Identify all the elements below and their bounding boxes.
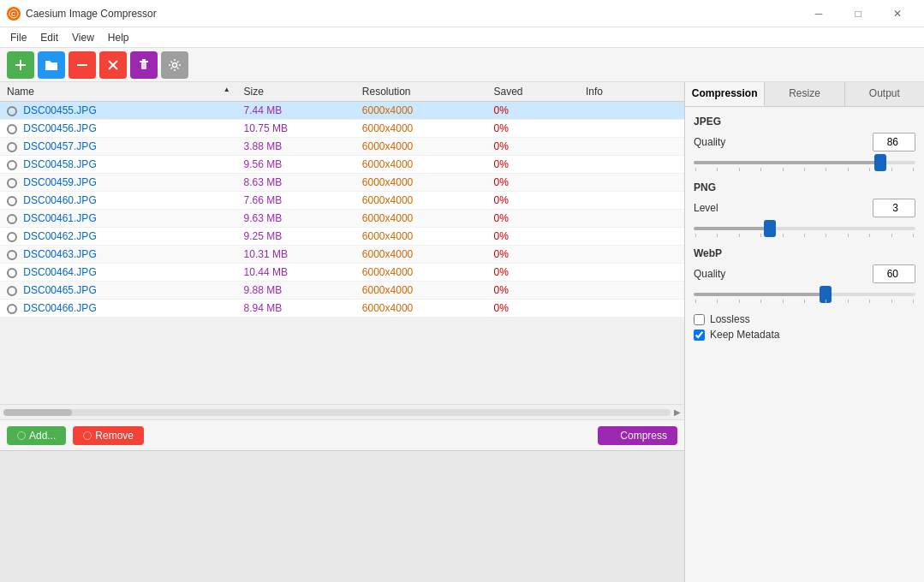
svg-point-9: [18, 431, 26, 439]
keep-metadata-checkbox[interactable]: [694, 330, 705, 341]
close-button[interactable]: ✕: [878, 0, 917, 27]
svg-rect-6: [140, 61, 148, 62]
jpeg-quality-slider[interactable]: [694, 161, 915, 164]
webp-quality-input[interactable]: [873, 264, 915, 283]
menu-item-edit[interactable]: Edit: [33, 30, 65, 45]
window-controls: ─ □ ✕: [799, 0, 917, 27]
remove-file-button[interactable]: [69, 51, 96, 79]
title-bar: C Caesium Image Compressor ─ □ ✕: [0, 0, 924, 27]
col-header-saved[interactable]: Saved: [486, 82, 579, 102]
table-row[interactable]: DSC00455.JPG 7.44 MB 6000x4000 0%: [0, 102, 684, 120]
col-header-size[interactable]: Size: [237, 82, 355, 102]
maximize-button[interactable]: □: [838, 0, 878, 27]
lossless-checkbox[interactable]: [694, 314, 705, 325]
table-row[interactable]: DSC00459.JPG 8.63 MB 6000x4000 0%: [0, 174, 684, 192]
table-row[interactable]: DSC00458.JPG 9.56 MB 6000x4000 0%: [0, 156, 684, 174]
tab-compression[interactable]: Compression: [685, 82, 765, 106]
bottom-action-bar: Add... Remove Compress: [0, 419, 684, 450]
png-level-input[interactable]: [873, 199, 915, 217]
table-row[interactable]: DSC00463.JPG 10.31 MB 6000x4000 0%: [0, 246, 684, 264]
left-split: Name ▲ Size Resolution Saved: [0, 82, 684, 582]
jpeg-quality-input[interactable]: [873, 133, 915, 151]
lossless-label[interactable]: Lossless: [710, 313, 750, 325]
table-row[interactable]: DSC00465.JPG 9.88 MB 6000x4000 0%: [0, 282, 684, 300]
remove-button[interactable]: Remove: [73, 426, 144, 445]
table-row[interactable]: DSC00457.JPG 3.88 MB 6000x4000 0%: [0, 138, 684, 156]
open-folder-button[interactable]: [38, 51, 65, 79]
add-files-button[interactable]: [7, 51, 34, 79]
add-button[interactable]: Add...: [7, 426, 66, 445]
tab-bar: Compression Resize Output: [685, 82, 924, 107]
menu-item-help[interactable]: Help: [101, 30, 136, 45]
file-table-scroll[interactable]: Name ▲ Size Resolution Saved: [0, 82, 684, 404]
title-bar-left: C Caesium Image Compressor: [7, 7, 157, 21]
preview-section: [0, 450, 684, 582]
webp-section-title: WebP: [694, 247, 915, 259]
right-panel: Compression Resize Output JPEG Quality: [684, 82, 924, 582]
keep-metadata-label[interactable]: Keep Metadata: [710, 329, 779, 341]
table-row[interactable]: DSC00462.JPG 9.25 MB 6000x4000 0%: [0, 228, 684, 246]
compress-button[interactable]: Compress: [598, 426, 677, 445]
col-header-resolution[interactable]: Resolution: [355, 82, 487, 102]
svg-rect-3: [15, 64, 26, 66]
table-row[interactable]: DSC00464.JPG 10.44 MB 6000x4000 0%: [0, 264, 684, 282]
webp-quality-label: Quality: [694, 268, 725, 280]
keep-metadata-row: Keep Metadata: [694, 329, 915, 341]
horizontal-scrollbar[interactable]: ▶: [0, 404, 684, 419]
main-layout: Name ▲ Size Resolution Saved: [0, 82, 924, 582]
jpeg-quality-row: Quality: [694, 133, 915, 151]
tab-output[interactable]: Output: [845, 82, 924, 106]
svg-rect-11: [609, 432, 616, 439]
png-level-slider[interactable]: [694, 227, 915, 230]
app-title: Caesium Image Compressor: [26, 8, 157, 20]
png-level-label: Level: [694, 202, 718, 214]
table-row[interactable]: DSC00460.JPG 7.66 MB 6000x4000 0%: [0, 192, 684, 210]
tab-resize[interactable]: Resize: [765, 82, 844, 106]
svg-point-8: [173, 62, 177, 67]
toolbar: [0, 48, 924, 82]
table-row[interactable]: DSC00466.JPG 8.94 MB 6000x4000 0%: [0, 300, 684, 318]
app-icon: C: [7, 7, 21, 21]
webp-quality-row: Quality: [694, 264, 915, 283]
lossless-row: Lossless: [694, 313, 915, 325]
settings-button[interactable]: [161, 51, 188, 79]
jpeg-quality-label: Quality: [694, 136, 725, 148]
minimize-button[interactable]: ─: [799, 0, 838, 27]
trash-button[interactable]: [130, 51, 158, 79]
svg-rect-5: [141, 62, 146, 69]
col-header-info[interactable]: Info: [579, 82, 684, 102]
svg-text:C: C: [11, 11, 15, 17]
svg-rect-7: [142, 59, 146, 61]
clear-button[interactable]: [99, 51, 127, 79]
table-row[interactable]: DSC00461.JPG 9.63 MB 6000x4000 0%: [0, 210, 684, 228]
svg-point-10: [84, 431, 92, 439]
file-table-section: Name ▲ Size Resolution Saved: [0, 82, 684, 450]
compression-panel: JPEG Quality: [685, 107, 924, 353]
png-level-row: Level: [694, 199, 915, 217]
webp-quality-slider[interactable]: [694, 293, 915, 296]
menu-item-view[interactable]: View: [65, 30, 101, 45]
svg-rect-4: [77, 64, 87, 66]
menu-item-file[interactable]: File: [3, 30, 33, 45]
bottom-left-buttons: Add... Remove: [7, 426, 144, 445]
jpeg-section-title: JPEG: [694, 116, 915, 128]
col-header-name[interactable]: Name ▲: [0, 82, 237, 102]
png-section-title: PNG: [694, 181, 915, 193]
menu-bar: FileEditViewHelp: [0, 27, 924, 48]
table-row[interactable]: DSC00456.JPG 10.75 MB 6000x4000 0%: [0, 120, 684, 138]
file-table: Name ▲ Size Resolution Saved: [0, 82, 684, 318]
